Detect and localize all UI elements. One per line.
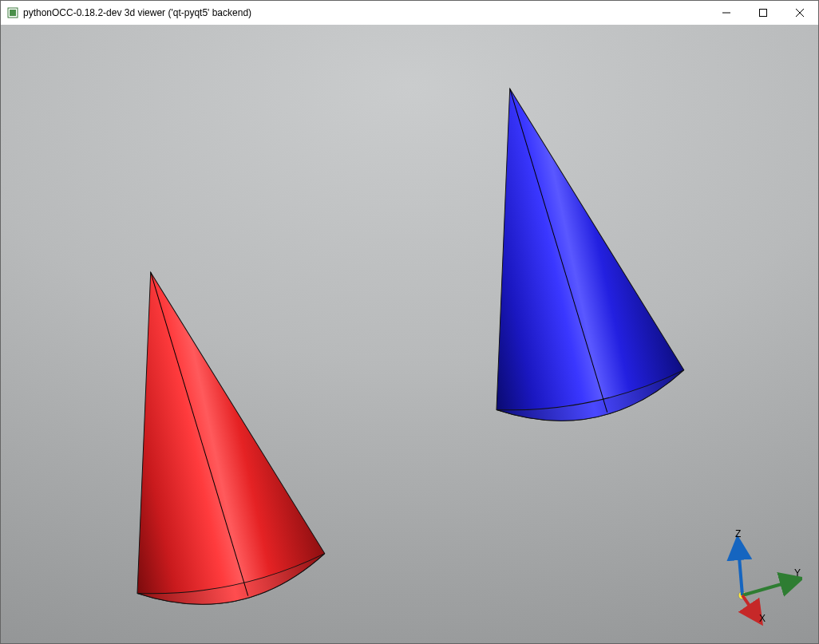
window-controls: [708, 1, 818, 25]
x-axis-icon: [742, 595, 756, 615]
red-cone[interactable]: [57, 248, 360, 643]
svg-rect-3: [760, 10, 767, 17]
x-axis-label: X: [759, 613, 766, 624]
y-axis-label: Y: [794, 567, 801, 579]
minimize-button[interactable]: [708, 1, 745, 25]
window-title: pythonOCC-0.18.2-dev 3d viewer ('qt-pyqt…: [23, 7, 708, 18]
svg-point-8: [738, 591, 746, 599]
close-button[interactable]: [781, 1, 818, 25]
app-icon: [7, 7, 18, 18]
svg-rect-1: [10, 10, 16, 16]
z-axis-label: Z: [735, 528, 741, 539]
maximize-button[interactable]: [745, 1, 781, 25]
y-axis-icon: [742, 581, 793, 595]
titlebar[interactable]: pythonOCC-0.18.2-dev 3d viewer ('qt-pyqt…: [1, 1, 818, 25]
blue-cone[interactable]: [416, 65, 719, 466]
axis-trihedron: Z Y X: [698, 523, 802, 627]
application-window: pythonOCC-0.18.2-dev 3d viewer ('qt-pyqt…: [0, 0, 819, 644]
3d-viewport[interactable]: Z Y X: [1, 25, 818, 643]
z-axis-icon: [738, 547, 742, 595]
